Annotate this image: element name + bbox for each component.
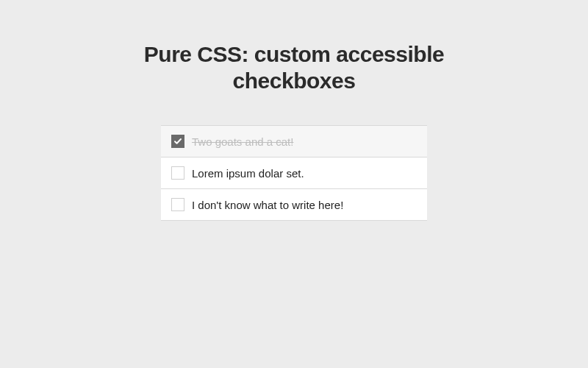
page-title: Pure CSS: custom accessible checkboxes [140,41,448,94]
list-item[interactable]: I don't know what to write here! [161,189,427,221]
checkbox[interactable] [171,198,184,211]
list-item[interactable]: Lorem ipsum dolar set. [161,158,427,189]
checkbox-label: Lorem ipsum dolar set. [192,167,304,180]
checkbox-label: I don't know what to write here! [192,199,343,211]
checkbox[interactable] [171,135,184,148]
checkbox-list: Two goats and a cat! Lorem ipsum dolar s… [161,125,427,221]
checkbox[interactable] [171,166,184,180]
list-item[interactable]: Two goats and a cat! [161,126,427,158]
checkbox-label: Two goats and a cat! [192,135,293,148]
check-icon [173,137,182,146]
